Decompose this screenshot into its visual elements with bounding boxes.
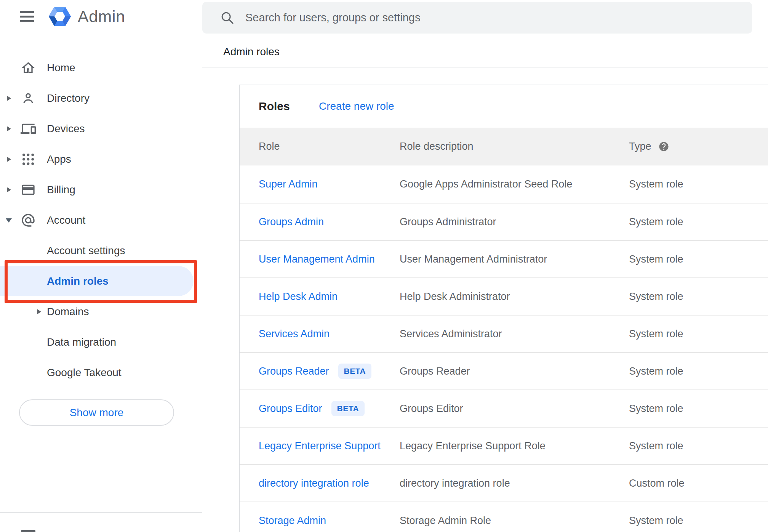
table-row: Services Admin Services Administrator Sy…: [240, 315, 768, 352]
role-description-cell: Groups Reader: [400, 365, 629, 377]
show-more-button[interactable]: Show more: [19, 399, 174, 426]
create-new-role-link[interactable]: Create new role: [319, 100, 394, 112]
role-link[interactable]: Super Admin: [259, 178, 318, 190]
table-row: directory integration role directory int…: [240, 464, 768, 502]
role-description-cell: directory integration role: [400, 478, 629, 489]
table-row: Groups Editor BETA Groups Editor System …: [240, 389, 768, 427]
role-link[interactable]: User Management Admin: [259, 253, 375, 265]
app-title: Admin: [78, 7, 125, 26]
role-link[interactable]: Groups Reader: [259, 365, 329, 377]
role-description-cell: Storage Admin Role: [400, 515, 629, 527]
breadcrumb: Admin roles: [223, 46, 280, 58]
role-type-cell: System role: [629, 216, 768, 228]
role-cell: Groups Editor BETA: [259, 401, 400, 416]
table-row: Help Desk Admin Help Desk Administrator …: [240, 277, 768, 315]
sidebar-item-data-migration[interactable]: Data migration: [0, 327, 202, 357]
role-type-cell: System role: [629, 515, 768, 527]
apps-grid-icon: [21, 152, 36, 167]
role-description-cell: Legacy Enterprise Support Role: [400, 440, 629, 452]
role-description-cell: Help Desk Administrator: [400, 291, 629, 303]
roles-table-body: Super Admin Google Apps Administrator Se…: [240, 165, 768, 532]
devices-icon: [21, 121, 36, 136]
sidebar-item-admin-roles[interactable]: Admin roles: [0, 266, 202, 296]
column-header-role: Role: [259, 141, 400, 152]
role-link[interactable]: Groups Editor: [259, 403, 322, 415]
role-description-cell: Groups Editor: [400, 403, 629, 415]
expand-right-icon[interactable]: [37, 309, 41, 314]
role-type-cell: System role: [629, 178, 768, 190]
role-link[interactable]: Legacy Enterprise Support: [259, 440, 381, 452]
expand-right-icon[interactable]: [7, 187, 11, 192]
role-type-cell: System role: [629, 403, 768, 415]
table-row: Legacy Enterprise Support Legacy Enterpr…: [240, 427, 768, 464]
help-icon[interactable]: [658, 141, 669, 152]
expand-down-icon[interactable]: [6, 218, 12, 223]
beta-badge: BETA: [338, 364, 372, 379]
expand-right-icon[interactable]: [7, 96, 11, 101]
role-cell: Super Admin: [259, 178, 400, 190]
role-cell: directory integration role: [259, 478, 400, 489]
table-row: Groups Reader BETA Groups Reader System …: [240, 352, 768, 389]
roles-card: Roles Create new role Role Role descript…: [239, 85, 768, 532]
admin-hexagon-icon: [48, 5, 72, 28]
role-cell: Storage Admin: [259, 515, 400, 527]
search-icon: [220, 10, 235, 26]
role-link[interactable]: Services Admin: [259, 328, 330, 340]
sidebar-item-directory[interactable]: Directory: [0, 83, 202, 114]
expand-right-icon[interactable]: [7, 126, 11, 131]
sidebar-item-billing[interactable]: Billing: [0, 175, 202, 205]
role-link[interactable]: directory integration role: [259, 478, 369, 489]
role-cell: Groups Admin: [259, 216, 400, 228]
role-description-cell: Groups Administrator: [400, 216, 629, 228]
card-title: Roles: [259, 100, 290, 113]
sidebar-item-devices[interactable]: Devices: [0, 114, 202, 144]
sidebar-item-apps[interactable]: Apps: [0, 144, 202, 175]
table-row: User Management Admin User Management Ad…: [240, 240, 768, 277]
role-description-cell: User Management Administrator: [400, 253, 629, 265]
table-row: Groups Admin Groups Administrator System…: [240, 203, 768, 240]
role-type-cell: Custom role: [629, 478, 768, 489]
role-link[interactable]: Help Desk Admin: [259, 291, 338, 303]
sidebar-item-google-takeout[interactable]: Google Takeout: [0, 357, 202, 388]
role-cell: Groups Reader BETA: [259, 364, 400, 379]
header-divider: [202, 67, 768, 67]
sidebar-divider: [0, 512, 202, 513]
column-header-description: Role description: [400, 141, 629, 152]
role-cell: Services Admin: [259, 328, 400, 340]
role-type-cell: System role: [629, 291, 768, 303]
role-type-cell: System role: [629, 365, 768, 377]
home-icon: [21, 60, 36, 75]
role-type-cell: System role: [629, 253, 768, 265]
sidebar-item-home[interactable]: Home: [0, 53, 202, 83]
cutoff-bottom-icon: [21, 530, 35, 532]
table-row: Super Admin Google Apps Administrator Se…: [240, 165, 768, 203]
global-search-bar[interactable]: [202, 2, 752, 34]
person-icon: [21, 91, 36, 106]
sidebar-nav: Home Directory Devices App: [0, 53, 202, 388]
role-link[interactable]: Groups Admin: [259, 216, 324, 228]
role-type-cell: System role: [629, 440, 768, 452]
at-sign-icon: [21, 213, 36, 228]
sidebar-item-domains[interactable]: Domains: [0, 296, 202, 327]
role-cell: Help Desk Admin: [259, 291, 400, 303]
column-header-type: Type: [629, 141, 768, 152]
menu-hamburger-icon[interactable]: [20, 11, 34, 22]
credit-card-icon: [21, 182, 36, 197]
beta-badge: BETA: [331, 401, 365, 416]
role-description-cell: Google Apps Administrator Seed Role: [400, 178, 629, 190]
table-row: Storage Admin Storage Admin Role System …: [240, 502, 768, 532]
role-link[interactable]: Storage Admin: [259, 515, 326, 527]
role-cell: Legacy Enterprise Support: [259, 440, 400, 452]
admin-logo: Admin: [48, 5, 125, 28]
sidebar-item-account[interactable]: Account: [0, 205, 202, 236]
sidebar-item-account-settings[interactable]: Account settings: [0, 236, 202, 266]
role-description-cell: Services Administrator: [400, 328, 629, 340]
role-cell: User Management Admin: [259, 253, 400, 265]
role-type-cell: System role: [629, 328, 768, 340]
roles-card-header: Roles Create new role: [240, 85, 768, 128]
search-input[interactable]: [245, 11, 741, 24]
table-header-row: Role Role description Type: [240, 128, 768, 165]
expand-right-icon[interactable]: [7, 157, 11, 162]
